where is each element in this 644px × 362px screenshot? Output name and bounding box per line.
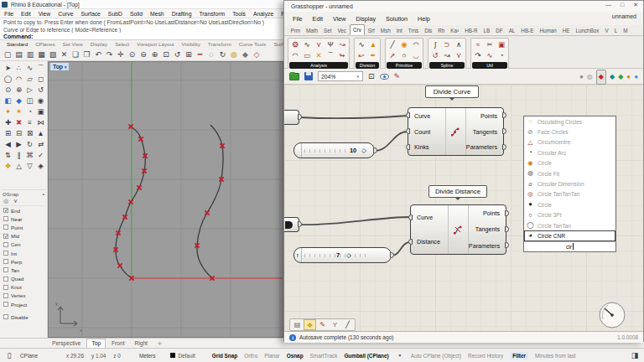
viewport-tab-top[interactable]: Top	[86, 339, 106, 348]
primitive-tool-icon[interactable]: ○	[398, 50, 410, 61]
analysis-tool-icon[interactable]: ↬	[336, 50, 348, 61]
spline-tool-icon[interactable]: ∫	[429, 39, 441, 50]
gem-green-icon[interactable]: ◆	[618, 70, 623, 84]
output-parameters[interactable]: Parameters	[469, 238, 506, 254]
polyline-icon[interactable]: ∿	[24, 63, 35, 74]
menu-item-transform[interactable]: Transform	[199, 11, 225, 17]
util-tool-icon[interactable]: ∿	[484, 50, 496, 61]
status-toggle-smarttrack[interactable]: SmartTrack	[310, 353, 338, 359]
lamp-icon[interactable]: ◍	[230, 49, 238, 60]
checkbox-project[interactable]	[3, 302, 8, 307]
box-icon[interactable]: ◧	[3, 96, 13, 106]
join-icon[interactable]: ⋈	[35, 117, 46, 128]
search-result-osculating-circles-0[interactable]: ◌Osculating Circles	[524, 116, 615, 127]
slider-name-cap[interactable]	[294, 143, 302, 158]
checkbox-knot[interactable]	[3, 285, 8, 290]
analysis-tool-icon[interactable]: ◠	[289, 50, 301, 61]
checkbox-disable[interactable]	[3, 314, 8, 319]
analysis-tool-icon[interactable]: ▭	[301, 50, 313, 61]
output-parameters[interactable]: Parameters	[466, 139, 503, 155]
group-label-division[interactable]: Division	[356, 62, 379, 69]
toolbar-tab-select[interactable]: Select	[115, 41, 129, 47]
preview-eye-icon[interactable]	[380, 74, 389, 80]
grasshopper-titlebar[interactable]: Grasshopper - unnamed	[284, 1, 643, 12]
spline-tool-icon[interactable]: ↝	[441, 50, 453, 61]
minimize-icon[interactable]: —	[605, 2, 611, 8]
input-socket[interactable]	[406, 144, 410, 150]
burst-icon[interactable]: ✶	[13, 106, 24, 117]
gh-tab-l[interactable]: L	[611, 26, 621, 35]
spline-tool-icon[interactable]: ⋎	[453, 50, 465, 61]
widget-profiler-icon[interactable]: ▤	[291, 319, 304, 330]
mirror-icon[interactable]: ⇄	[35, 139, 46, 150]
output-socket[interactable]	[298, 221, 302, 227]
toolbar-tab-transform[interactable]: Transform	[208, 41, 231, 47]
fillet-icon[interactable]: ◔	[24, 106, 35, 117]
status-toggle-minutes-from-last[interactable]: Minutes from last	[535, 353, 576, 359]
checkbox-cen[interactable]	[3, 242, 8, 247]
status-toggle-planar[interactable]: Planar	[264, 353, 279, 359]
primitive-tool-icon[interactable]: ➚	[387, 50, 398, 61]
slider-grip-icon[interactable]: ◇	[346, 248, 351, 262]
gh-tab-math[interactable]: Math	[304, 26, 321, 35]
search-result-circular-arc-3[interactable]: ◔Circular Arc	[524, 147, 615, 158]
gh-tab-he[interactable]: HE	[559, 26, 573, 35]
menu-item-curve[interactable]: Curve	[58, 11, 73, 17]
boolean-icon[interactable]: ⊕	[13, 85, 24, 96]
solid-icon[interactable]: ◆	[13, 96, 24, 106]
select-icon[interactable]: ➤	[3, 63, 13, 74]
status-toggle-osnap[interactable]: Osnap	[287, 353, 304, 359]
number-slider-count[interactable]: 10 ◇	[293, 142, 375, 158]
cplane-icon[interactable]: ◇	[252, 49, 261, 60]
gh-menu-item-file[interactable]: File	[293, 15, 303, 23]
gh-tab-hb-e[interactable]: HB-E	[518, 26, 537, 35]
osnap-option-point[interactable]: Point	[1, 223, 46, 231]
undo-view-icon[interactable]: ↺	[174, 49, 182, 60]
new-viewport-icon[interactable]: ✛	[153, 339, 166, 348]
chamfer-icon[interactable]: ▣	[35, 106, 46, 117]
gh-tab-m[interactable]: M	[621, 26, 631, 35]
parallel-icon[interactable]: ∥	[13, 150, 24, 161]
slider-grip-icon[interactable]: ◇	[361, 143, 366, 158]
input-distance[interactable]: Distance	[411, 230, 448, 254]
status-toggle-record-history[interactable]: Record History	[468, 353, 503, 359]
viewport-tab-perspective[interactable]: Perspective	[48, 339, 85, 348]
osnap-target-icon[interactable]: ◎	[3, 198, 8, 204]
cone-icon[interactable]: ▷	[24, 85, 35, 96]
viewport-tab-front[interactable]: Front	[107, 339, 128, 348]
curve-param-partial[interactable]	[284, 217, 299, 232]
units-label[interactable]: Meters	[139, 353, 156, 359]
properties-icon[interactable]: ▧	[49, 49, 57, 60]
input-socket[interactable]	[408, 239, 413, 245]
gh-menu-item-solution[interactable]: Solution	[386, 15, 408, 23]
group-label-util[interactable]: Util	[472, 62, 507, 69]
gh-menu-item-help[interactable]: Help	[418, 15, 430, 23]
copy-icon[interactable]: ❏	[71, 49, 80, 60]
primitive-tool-icon[interactable]: ◡	[410, 50, 422, 61]
osnap-filter-icon[interactable]: ⋎	[13, 198, 18, 204]
arc-icon[interactable]: ◠	[13, 74, 24, 85]
group-label-analysis[interactable]: Analysis	[289, 62, 348, 69]
menu-item-surface[interactable]: Surface	[80, 11, 100, 17]
osnap-option-knot[interactable]: Knot	[1, 283, 46, 292]
search-result-circular-dimension-6[interactable]: ⌀Circular Dimension	[524, 178, 615, 189]
input-curve[interactable]: Curve	[411, 205, 448, 230]
viewport-tab-right[interactable]: Right	[130, 339, 151, 348]
util-tool-icon[interactable]: ▣	[496, 39, 507, 50]
analysis-tool-icon[interactable]: ❂	[289, 39, 301, 50]
circle-icon[interactable]: ◯	[3, 74, 13, 85]
viewport-canvas[interactable]: x y	[49, 62, 283, 338]
curve-icon[interactable]: ⌒	[35, 63, 46, 74]
group-label-spline[interactable]: Spline	[429, 62, 465, 69]
menu-item-mesh[interactable]: Mesh	[150, 11, 164, 17]
widget-ruler-icon[interactable]: ╱	[341, 319, 354, 330]
rotate-icon[interactable]: ↻	[24, 139, 35, 150]
menu-item-analyze[interactable]: Analyze	[253, 11, 273, 17]
panel-toggle-icon[interactable]: ◨	[631, 349, 639, 361]
gh-tab-vec[interactable]: Vec	[335, 26, 350, 35]
gh-tab-dis[interactable]: Dis	[422, 26, 435, 35]
analysis-tool-icon[interactable]: Ψ	[325, 39, 336, 50]
menu-item-file[interactable]: File	[4, 11, 13, 17]
gh-tab-ka[interactable]: Ka²	[448, 26, 462, 35]
explode-icon[interactable]: ⊠	[24, 128, 35, 139]
